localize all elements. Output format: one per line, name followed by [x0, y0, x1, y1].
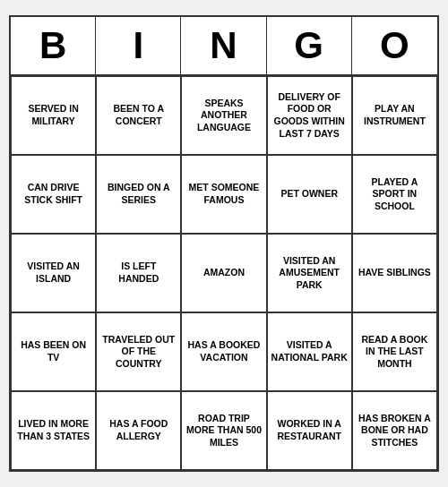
- bingo-cell-3[interactable]: DELIVERY OF FOOD OR GOODS WITHIN LAST 7 …: [267, 76, 352, 155]
- bingo-cell-17[interactable]: HAS A BOOKED VACATION: [181, 312, 266, 391]
- bingo-cell-12[interactable]: AMAZON: [181, 234, 266, 312]
- bingo-cell-7[interactable]: MET SOMEONE FAMOUS: [181, 155, 266, 234]
- bingo-cell-10[interactable]: VISITED AN ISLAND: [11, 234, 96, 312]
- bingo-cell-5[interactable]: CAN DRIVE STICK SHIFT: [11, 155, 96, 234]
- bingo-letter-n: N: [181, 17, 266, 74]
- bingo-cell-8[interactable]: PET OWNER: [267, 155, 352, 234]
- bingo-cell-11[interactable]: IS LEFT HANDED: [96, 234, 181, 312]
- bingo-cell-2[interactable]: SPEAKS ANOTHER LANGUAGE: [181, 76, 266, 155]
- bingo-grid: SERVED IN MILITARYBEEN TO A CONCERTSPEAK…: [11, 76, 437, 470]
- bingo-cell-22[interactable]: ROAD TRIP MORE THAN 500 MILES: [181, 391, 266, 470]
- bingo-header: BINGO: [11, 17, 437, 76]
- bingo-cell-18[interactable]: VISITED A NATIONAL PARK: [267, 312, 352, 391]
- bingo-cell-9[interactable]: PLAYED A SPORT IN SCHOOL: [352, 155, 437, 234]
- bingo-cell-21[interactable]: HAS A FOOD ALLERGY: [96, 391, 181, 470]
- bingo-card: BINGO SERVED IN MILITARYBEEN TO A CONCER…: [9, 15, 439, 472]
- bingo-cell-16[interactable]: TRAVELED OUT OF THE COUNTRY: [96, 312, 181, 391]
- bingo-cell-13[interactable]: VISITED AN AMUSEMENT PARK: [267, 234, 352, 312]
- bingo-cell-15[interactable]: HAS BEEN ON TV: [11, 312, 96, 391]
- bingo-cell-0[interactable]: SERVED IN MILITARY: [11, 76, 96, 155]
- bingo-cell-20[interactable]: LIVED IN MORE THAN 3 STATES: [11, 391, 96, 470]
- bingo-letter-g: G: [267, 17, 352, 74]
- bingo-cell-4[interactable]: PLAY AN INSTRUMENT: [352, 76, 437, 155]
- bingo-letter-b: B: [11, 17, 96, 74]
- bingo-cell-24[interactable]: HAS BROKEN A BONE OR HAD STITCHES: [352, 391, 437, 470]
- bingo-cell-1[interactable]: BEEN TO A CONCERT: [96, 76, 181, 155]
- bingo-cell-19[interactable]: READ A BOOK IN THE LAST MONTH: [352, 312, 437, 391]
- bingo-cell-23[interactable]: WORKED IN A RESTAURANT: [267, 391, 352, 470]
- bingo-letter-o: O: [352, 17, 437, 74]
- bingo-cell-6[interactable]: BINGED ON A SERIES: [96, 155, 181, 234]
- bingo-cell-14[interactable]: HAVE SIBLINGS: [352, 234, 437, 312]
- bingo-letter-i: I: [96, 17, 181, 74]
